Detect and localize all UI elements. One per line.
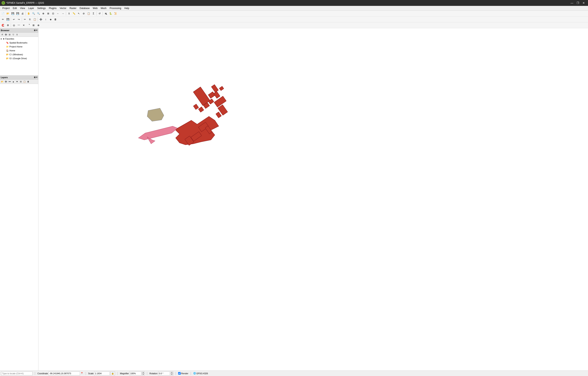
snap-segment-btn[interactable]: 〰 xyxy=(16,23,21,28)
render-checkbox[interactable] xyxy=(178,372,181,375)
paste-features-btn[interactable]: 📋 xyxy=(32,17,37,22)
menu-item-database[interactable]: Database xyxy=(78,6,91,10)
delete-selected-btn[interactable]: 🗑 xyxy=(53,17,58,22)
browser-info-btn[interactable]: ℹ xyxy=(15,33,19,36)
scale-lock-btn[interactable]: 🔒 xyxy=(110,372,115,376)
snap-vertex-btn[interactable]: ◎ xyxy=(11,23,16,28)
new-project-btn[interactable]: 📄 xyxy=(0,11,5,16)
layers-close-icon[interactable]: ✕ xyxy=(36,76,37,78)
layers-options-icon[interactable]: ⊞ xyxy=(34,76,35,78)
plugins-btn[interactable]: 🔌 xyxy=(103,11,108,16)
zoom-layer-btn[interactable]: ⊞ xyxy=(46,11,51,16)
select-btn[interactable]: ↖ xyxy=(76,11,81,16)
snap-intersection-btn[interactable]: ✕ xyxy=(21,23,26,28)
layers-filter-btn[interactable]: ⊟ xyxy=(19,80,22,84)
browser-tree-item-0[interactable]: ▶★Favorites xyxy=(0,37,38,41)
titlebar: *DFMEX SantaFe_ERRPR — QGIS — ❐ ✕ xyxy=(0,0,588,6)
move-feature-btn[interactable]: ↕ xyxy=(43,17,48,22)
layers-add-btn[interactable]: ➕ xyxy=(4,80,8,84)
map-canvas[interactable] xyxy=(38,28,588,371)
layers-delete-btn[interactable]: 🗑 xyxy=(26,80,30,84)
layers-legend-btn[interactable]: 📋 xyxy=(23,80,26,84)
maximize-button[interactable]: ❐ xyxy=(575,1,580,5)
layers-remove-btn[interactable]: ➖ xyxy=(8,80,11,84)
zoom-next-btn[interactable]: → xyxy=(61,11,65,16)
menu-item-mesh[interactable]: Mesh xyxy=(99,6,108,10)
refresh-btn[interactable]: ↺ xyxy=(97,11,102,16)
python-btn[interactable]: 🐍 xyxy=(108,11,113,16)
enable-snapping-btn[interactable]: 🧲 xyxy=(0,23,5,28)
locate-input[interactable] xyxy=(1,372,32,376)
zoom-selection-btn[interactable]: ⊡ xyxy=(51,11,55,16)
copy-features-btn[interactable]: ⎘ xyxy=(27,17,32,22)
rotation-down-btn[interactable]: ▼ xyxy=(170,374,173,376)
magnifier-up-btn[interactable]: ▲ xyxy=(142,372,145,374)
menu-item-web[interactable]: Web xyxy=(91,6,99,10)
node-tool-btn[interactable]: ◈ xyxy=(48,17,53,22)
redo-btn[interactable]: ↪ xyxy=(16,17,21,22)
browser-filter-btn[interactable]: ⊟ xyxy=(8,33,11,36)
cut-features-btn[interactable]: ✂ xyxy=(22,17,27,22)
menu-item-processing[interactable]: Processing xyxy=(108,6,123,10)
layers-open-btn[interactable]: 📂 xyxy=(0,80,4,84)
browser-refresh-btn[interactable]: ↺ xyxy=(0,33,4,36)
menu-item-view[interactable]: View xyxy=(18,6,27,10)
attribute-table-btn[interactable]: 📋 xyxy=(86,11,91,16)
rotation-input[interactable] xyxy=(158,372,170,376)
tree-item-icon: 📂 xyxy=(6,53,9,56)
browser-options-icon[interactable]: ⊞ xyxy=(34,29,35,31)
snap-scale-btn[interactable]: ⊞ xyxy=(31,23,36,28)
titlebar-left: *DFMEX SantaFe_ERRPR — QGIS xyxy=(1,1,44,5)
print-btn[interactable]: 🖨 xyxy=(20,11,25,16)
pan-btn[interactable]: ✋ xyxy=(26,11,31,16)
menu-item-settings[interactable]: Settings xyxy=(36,6,47,10)
browser-tree-item-2[interactable]: 📁Project Home xyxy=(0,45,38,49)
browser-tree-item-3[interactable]: 🏠Home xyxy=(0,49,38,52)
adv-digitizing-btn[interactable]: ⊕ xyxy=(36,23,41,28)
browser-tree-item-1[interactable]: 🔖Spatial Bookmarks xyxy=(0,41,38,45)
close-button[interactable]: ✕ xyxy=(581,1,587,5)
rotation-up-btn[interactable]: ▲ xyxy=(170,372,173,374)
open-project-btn[interactable]: 📂 xyxy=(5,11,10,16)
zoom-prev-btn[interactable]: ← xyxy=(56,11,60,16)
magnifier-down-btn[interactable]: ▼ xyxy=(142,374,145,376)
coordinate-input[interactable] xyxy=(49,372,80,376)
browser-tree-item-4[interactable]: 📂C:\ (Windows) xyxy=(0,52,38,56)
zoom-in-btn[interactable]: 🔍 xyxy=(31,11,36,16)
script-btn[interactable]: 📜 xyxy=(113,11,118,16)
menu-item-plugins[interactable]: Plugins xyxy=(47,6,58,10)
menu-item-layer[interactable]: Layer xyxy=(27,6,36,10)
magnifier-input[interactable] xyxy=(130,372,141,376)
zoom-out-btn[interactable]: 🔍 xyxy=(36,11,41,16)
browser-collapse-btn[interactable]: ▽ xyxy=(11,33,15,36)
menu-item-edit[interactable]: Edit xyxy=(11,6,18,10)
save-edits-btn[interactable]: 💾 xyxy=(5,17,10,22)
scale-input[interactable] xyxy=(94,372,110,376)
menu-item-vector[interactable]: Vector xyxy=(58,6,68,10)
identify-btn[interactable]: ℹ xyxy=(67,11,71,16)
browser-tree-item-5[interactable]: 📂G:\ (Google Drive) xyxy=(0,56,38,60)
toggle-editing-btn[interactable]: ✏ xyxy=(0,17,5,22)
red-building-right3 xyxy=(216,112,221,118)
menu-item-help[interactable]: Help xyxy=(123,6,131,10)
save-as-btn[interactable]: 💾 xyxy=(15,11,20,16)
layers-down-btn[interactable]: ▼ xyxy=(15,80,19,84)
minimize-button[interactable]: — xyxy=(569,1,575,5)
browser-close-icon[interactable]: ✕ xyxy=(36,29,37,31)
menu-item-project[interactable]: Project xyxy=(1,6,11,10)
measure-btn[interactable]: 📏 xyxy=(72,11,76,16)
snap-config-btn[interactable]: ⚙ xyxy=(5,23,10,28)
field-calc-btn[interactable]: Σ xyxy=(91,11,96,16)
browser-tree: ▶★Favorites🔖Spatial Bookmarks📁Project Ho… xyxy=(0,37,38,75)
tracing-btn[interactable]: 〝 xyxy=(26,23,31,28)
tree-item-icon: ★ xyxy=(3,38,5,40)
layers-up-btn[interactable]: ▲ xyxy=(11,80,15,84)
browser-add-btn[interactable]: ➕ xyxy=(4,33,8,36)
zoom-full-btn[interactable]: ⊕ xyxy=(41,11,46,16)
save-project-btn[interactable]: 💾 xyxy=(10,11,15,16)
menu-item-raster[interactable]: Raster xyxy=(68,6,78,10)
add-feature-btn[interactable]: ➕ xyxy=(38,17,43,22)
deselect-btn[interactable]: ⊘ xyxy=(81,11,86,16)
undo-btn[interactable]: ↩ xyxy=(11,17,16,22)
epsg-label[interactable]: EPSG:4326 xyxy=(197,372,208,375)
